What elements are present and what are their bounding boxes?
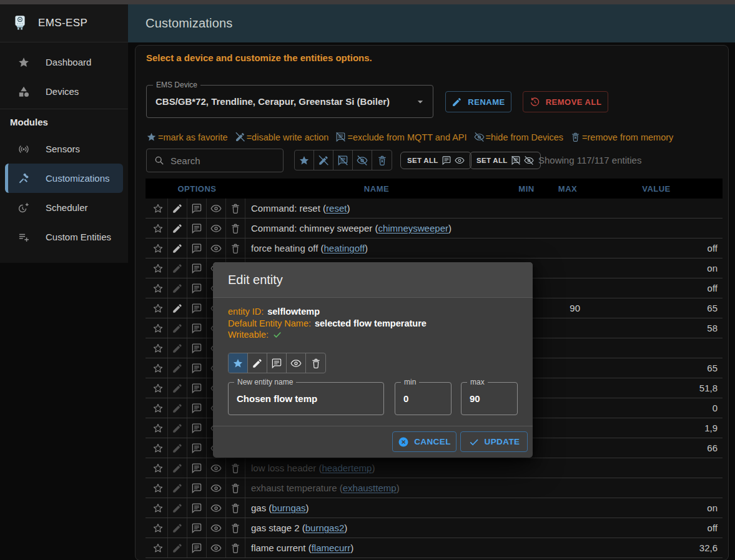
entity-id-link[interactable]: exhausttemp — [343, 483, 397, 493]
sidebar-item-devices[interactable]: Devices — [0, 77, 128, 106]
favorite-star-icon[interactable] — [149, 498, 168, 518]
favorite-star-icon[interactable] — [149, 219, 168, 238]
entity-id-link[interactable]: burngas2 — [305, 523, 345, 533]
delete-trash-icon[interactable] — [226, 478, 245, 498]
visibility-eye-icon[interactable] — [207, 518, 226, 538]
remove-memory-toggle-button[interactable] — [306, 353, 325, 373]
favorite-star-icon[interactable] — [149, 258, 168, 278]
favorite-star-icon[interactable] — [149, 438, 168, 458]
filter-remove-memory-button[interactable] — [372, 150, 392, 170]
set-all-visible-button[interactable]: SET ALL — [400, 152, 471, 169]
delete-trash-icon[interactable] — [226, 199, 245, 218]
edit-pencil-icon[interactable] — [168, 278, 187, 298]
favorite-star-icon[interactable] — [149, 398, 168, 418]
mqtt-comment-icon[interactable] — [187, 498, 207, 518]
edit-pencil-icon[interactable] — [168, 518, 187, 538]
edit-pencil-icon[interactable] — [168, 378, 187, 398]
filter-disable-write-button[interactable] — [314, 150, 333, 170]
edit-pencil-icon[interactable] — [168, 538, 187, 558]
visibility-eye-icon[interactable] — [207, 478, 226, 498]
entity-id-link[interactable]: headertemp — [322, 463, 372, 473]
visibility-eye-icon[interactable] — [207, 458, 226, 478]
mqtt-comment-icon[interactable] — [187, 338, 207, 358]
mqtt-comment-icon[interactable] — [187, 538, 207, 558]
max-field[interactable]: max 90 — [461, 382, 518, 415]
entity-id-link[interactable]: flamecurr — [312, 543, 351, 553]
delete-trash-icon[interactable] — [226, 238, 245, 258]
set-all-hidden-button[interactable]: SET ALL — [470, 152, 541, 169]
mqtt-comment-icon[interactable] — [187, 438, 207, 458]
search-input[interactable] — [170, 155, 274, 166]
visibility-eye-icon[interactable] — [207, 498, 226, 518]
mqtt-comment-icon[interactable] — [187, 238, 207, 258]
edit-pencil-icon[interactable] — [168, 219, 187, 238]
mqtt-comment-icon[interactable] — [187, 298, 207, 318]
delete-trash-icon[interactable] — [226, 498, 245, 518]
mqtt-comment-icon[interactable] — [187, 418, 207, 438]
visibility-eye-icon[interactable] — [207, 219, 226, 238]
mqtt-comment-icon[interactable] — [187, 398, 207, 418]
delete-trash-icon[interactable] — [226, 219, 245, 238]
min-field[interactable]: min 0 — [395, 382, 451, 415]
sidebar-item-dashboard[interactable]: Dashboard — [0, 47, 128, 77]
mqtt-comment-icon[interactable] — [187, 378, 207, 398]
edit-pencil-icon[interactable] — [168, 298, 187, 318]
new-entity-name-field[interactable]: New entity name Chosen flow temp — [228, 382, 384, 415]
filter-hide-devices-button[interactable] — [353, 150, 372, 170]
favorite-star-icon[interactable] — [149, 298, 168, 318]
hide-devices-toggle-button[interactable] — [287, 353, 306, 373]
disable-write-toggle-button[interactable] — [248, 353, 267, 373]
remove-all-button[interactable]: REMOVE ALL — [523, 91, 608, 112]
entity-id-link[interactable]: heatingoff — [323, 243, 365, 253]
edit-pencil-icon[interactable] — [168, 398, 187, 418]
edit-pencil-icon[interactable] — [168, 338, 187, 358]
favorite-star-icon[interactable] — [149, 538, 168, 558]
delete-trash-icon[interactable] — [226, 518, 245, 538]
update-button[interactable]: UPDATE — [460, 431, 528, 452]
exclude-mqtt-toggle-button[interactable] — [267, 353, 287, 373]
edit-pencil-icon[interactable] — [168, 458, 187, 478]
entity-id-link[interactable]: chimneysweeper — [378, 223, 448, 233]
favorite-star-icon[interactable] — [149, 358, 168, 378]
edit-pencil-icon[interactable] — [168, 438, 187, 458]
favorite-star-icon[interactable] — [149, 418, 168, 438]
mqtt-comment-icon[interactable] — [187, 318, 207, 338]
favorite-star-icon[interactable] — [149, 278, 168, 298]
favorite-star-icon[interactable] — [149, 199, 168, 218]
entity-id-link[interactable]: burngas — [272, 503, 305, 513]
favorite-star-icon[interactable] — [149, 378, 168, 398]
favorite-star-icon[interactable] — [149, 458, 168, 478]
delete-trash-icon[interactable] — [226, 458, 245, 478]
filter-favorite-button[interactable] — [295, 150, 314, 170]
edit-pencil-icon[interactable] — [168, 258, 187, 278]
mqtt-comment-icon[interactable] — [187, 258, 207, 278]
mqtt-comment-icon[interactable] — [187, 219, 207, 238]
cancel-button[interactable]: CANCEL — [392, 431, 456, 452]
delete-trash-icon[interactable] — [226, 538, 245, 558]
mqtt-comment-icon[interactable] — [187, 458, 207, 478]
sidebar-item-sensors[interactable]: Sensors — [0, 134, 128, 164]
edit-pencil-icon[interactable] — [168, 318, 187, 338]
favorite-star-icon[interactable] — [149, 478, 168, 498]
sidebar-item-customizations[interactable]: Customizations — [5, 164, 123, 193]
favorite-star-icon[interactable] — [149, 518, 168, 538]
edit-pencil-icon[interactable] — [168, 238, 187, 258]
sidebar-item-custom-entities[interactable]: Custom Entities — [0, 222, 128, 252]
favorite-star-icon[interactable] — [149, 238, 168, 258]
visibility-eye-icon[interactable] — [207, 238, 226, 258]
ems-device-select[interactable]: EMS Device CBS/GB*72, Trendline, Cerapur… — [146, 85, 433, 118]
mqtt-comment-icon[interactable] — [187, 518, 207, 538]
favorite-star-icon[interactable] — [149, 338, 168, 358]
mqtt-comment-icon[interactable] — [187, 478, 207, 498]
sidebar-item-scheduler[interactable]: Scheduler — [0, 193, 128, 222]
mqtt-comment-icon[interactable] — [187, 358, 207, 378]
edit-pencil-icon[interactable] — [168, 498, 187, 518]
entity-id-link[interactable]: reset — [326, 203, 347, 214]
rename-button[interactable]: RENAME — [445, 91, 511, 112]
edit-pencil-icon[interactable] — [168, 478, 187, 498]
filter-exclude-mqtt-button[interactable] — [333, 150, 353, 170]
mqtt-comment-icon[interactable] — [187, 199, 207, 218]
mqtt-comment-icon[interactable] — [187, 278, 207, 298]
edit-pencil-icon[interactable] — [168, 418, 187, 438]
favorite-star-icon[interactable] — [149, 318, 168, 338]
